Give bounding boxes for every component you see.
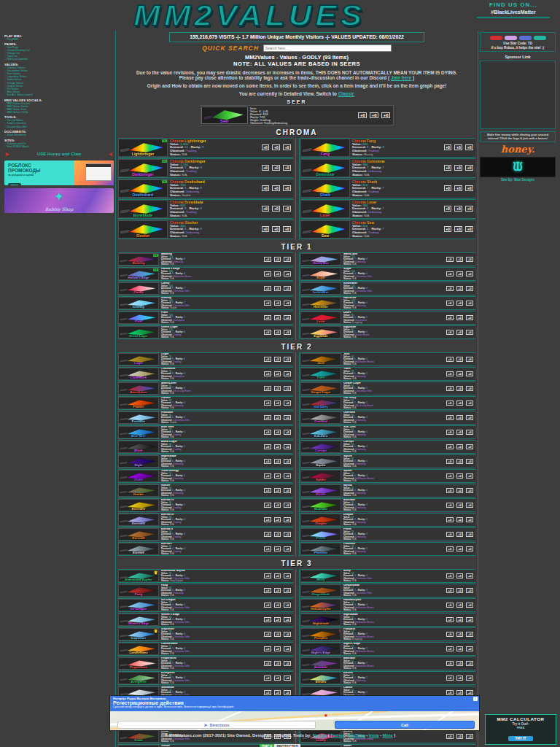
promo-button[interactable]: ЖМИ (8, 183, 21, 185)
item-row[interactable]: Boneblade Chroma Boneblade Value: 600 De… (118, 199, 293, 219)
item-image[interactable]: Nightblade (300, 614, 341, 626)
item-row[interactable]: Green Luger Green Luger Value: 120 Deman… (118, 325, 293, 339)
item-row[interactable]: ClockWork Clockwork Value: 70 Demand: 8 … (118, 367, 293, 381)
item-image[interactable]: ♛Elderwood Scythe (118, 570, 159, 582)
item-image[interactable]: Frostbite (118, 411, 159, 424)
footer-social-link[interactable]: Insta (369, 733, 379, 738)
item-row[interactable]: Overlord Overlord Value: 36 Demand: 5 - … (300, 411, 475, 425)
item-row[interactable]: Winter's Edge Winter's Edge Value: 30 De… (118, 613, 293, 627)
discord-pill-icon[interactable] (519, 36, 532, 40)
item-row[interactable]: OGDeathshard Chroma Deathshard Value: 70… (118, 179, 293, 198)
item-image[interactable]: Evergreen (118, 672, 159, 684)
item-image[interactable]: ClockWork (118, 368, 159, 380)
item-row[interactable]: Icewing Icewing Value: 140 Demand: 9 - R… (118, 296, 293, 310)
ad-info-icon[interactable]: i (473, 697, 478, 701)
item-row[interactable]: Slasher Chroma Slasher Value: 450 Demand… (118, 220, 293, 239)
item-image[interactable]: Candleflame (118, 643, 159, 655)
item-row[interactable]: Phantom Phantom Value: 28 Demand: 3 - Ra… (300, 542, 475, 556)
item-row[interactable]: Icebreaker Icebreaker Value: 105 Demand:… (300, 282, 475, 295)
item-image[interactable]: EternalI (118, 543, 159, 555)
item-row[interactable]: Pixel Pixel Value: 130 Demand: 7 - Rarit… (118, 311, 293, 325)
item-image[interactable]: Flames (118, 397, 159, 409)
honey-logo[interactable]: honey. (480, 144, 556, 155)
bottom-ad-map[interactable]: ● ➤ Directions Call (110, 711, 479, 730)
item-image[interactable]: Laser (300, 311, 341, 324)
item-row[interactable]: Sub-Zero Sub-Zero Value: 35 Demand: 5 - … (300, 425, 475, 439)
item-row[interactable]: Spider Spider Value: 32 Demand: 4 - Rari… (300, 469, 475, 483)
item-image[interactable]: Fang (300, 139, 350, 157)
item-row[interactable]: Hunter Hunter Value: 50 Demand: 5 - Rari… (118, 484, 293, 498)
item-image[interactable]: Squire (300, 455, 341, 468)
item-row[interactable]: Black Black Luger Value: 56 Demand: 6 - … (118, 440, 293, 454)
item-image[interactable]: Tides (300, 368, 341, 380)
item-row[interactable]: Gemstone Chroma Gemstone Value: 360 Dema… (300, 158, 475, 178)
item-image[interactable]: Gemstone (300, 159, 350, 177)
item-row[interactable]: EternalII Eternal II Value: 44 Demand: 4… (118, 527, 293, 541)
item-row[interactable]: Blue Seer Blue Seer Value: 58 Demand: 6 … (118, 425, 293, 439)
item-row[interactable]: Squire Squire Value: 33 Demand: 4 - Rari… (300, 454, 475, 468)
item-image[interactable]: Night's Edge (300, 643, 341, 655)
item-image[interactable]: Ginger Luger (300, 382, 341, 395)
item-image[interactable]: Violet (118, 470, 159, 482)
item-image[interactable]: Green Luger (118, 326, 159, 338)
item-image[interactable]: Luger (118, 353, 159, 365)
item-image[interactable]: Blue Seer (118, 426, 159, 438)
sidebar-link[interactable]: ➣See ALL Values (soon!) (4, 93, 114, 96)
call-button[interactable]: Call (335, 721, 475, 729)
item-image[interactable]: Shark (300, 179, 350, 198)
item-row[interactable]: Night's Edge Night's Edge Value: 13 Dema… (300, 642, 475, 656)
item-image[interactable]: Gingerblade (300, 584, 341, 597)
item-image[interactable]: !Pumpkin (300, 628, 341, 640)
item-row[interactable]: Nightblade Nightblade Value: 15 Demand: … (300, 613, 475, 627)
footer-social-link[interactable]: Twitter (330, 733, 344, 738)
calculator-try-button[interactable]: TRY IT (508, 736, 534, 741)
item-image[interactable]: Ice Dragon (118, 599, 159, 611)
item-image[interactable]: Old Glory (300, 397, 341, 409)
item-row[interactable]: Harvester Harvester Value: 100 Demand: 6… (300, 296, 475, 310)
sidebar-link[interactable]: ➣Discord Value Bot (4, 125, 114, 128)
item-image[interactable]: OGDeathshard (118, 179, 168, 198)
site-by[interactable]: Site By: Wav Designs (480, 178, 556, 182)
classic-view-link[interactable]: Classic (338, 91, 354, 96)
item-row[interactable]: Tides Tides Value: 39 Demand: 6 - Rarity… (300, 367, 475, 381)
item-image[interactable]: ♛Icepiercer (118, 628, 159, 640)
item-image[interactable]: OGLightbringer (118, 139, 168, 157)
item-row[interactable]: EternalI Eternal I Value: 42 Demand: 4 -… (118, 542, 293, 556)
item-row[interactable]: Hallowscythe Hallowscythe Value: 16 Dema… (300, 598, 475, 612)
item-image[interactable]: Hallowscythe (300, 599, 341, 611)
item-row[interactable]: OGLightbringer Chroma Lightbringer Value… (118, 138, 293, 158)
item-image[interactable]: Fang (118, 584, 159, 597)
item-row[interactable]: Batblade Batblade Value: 12 Demand: 2 - … (300, 657, 475, 670)
item-image[interactable]: Icebreaker (300, 282, 341, 295)
item-row[interactable]: Evergreen Evergreen Value: 25 Demand: 3 … (118, 671, 293, 685)
footer-social-link[interactable]: More (383, 733, 393, 738)
item-image[interactable]: Sub-Zero (300, 426, 341, 438)
item-image[interactable]: EternalII (118, 528, 159, 541)
item-image[interactable]: Electro (300, 672, 341, 684)
item-row[interactable]: OGBatwing Batwing Value: 170 Demand: 9 -… (118, 252, 293, 266)
seer-image[interactable]: Seer (201, 107, 248, 124)
item-image[interactable]: Winter's Edge (118, 614, 159, 626)
item-image[interactable]: Prism (300, 528, 341, 541)
item-row[interactable]: EternalIII Eternal III Value: 46 Demand:… (118, 513, 293, 527)
footer-owner-link[interactable]: Nebula (313, 733, 327, 738)
item-image[interactable]: Black (118, 441, 159, 453)
item-row[interactable]: Minty Minty Value: 18 Demand: 3 - Rarity… (300, 569, 475, 583)
item-image[interactable]: OGDarkbringer (118, 159, 168, 177)
item-image[interactable]: EternalIV (118, 499, 159, 511)
shop-banner[interactable]: ✦ Bubbly Shop (4, 188, 114, 213)
item-row[interactable]: OGDarkbringer Chroma Darkbringer Value: … (118, 158, 293, 178)
item-row[interactable]: OGHallow's Edge Hallow's Edge Value: 160… (118, 267, 293, 281)
item-row[interactable]: Shark Chroma Shark Value: 310 Demand: 7 … (300, 179, 475, 198)
item-row[interactable]: ♛Icepiercer Icepiercer Value: 28 Demand:… (118, 627, 293, 641)
item-row[interactable]: Ice Dragon Ice Dragon Value: 32 Demand: … (118, 598, 293, 612)
item-image[interactable]: Harvester (300, 297, 341, 309)
item-row[interactable]: Laser Chroma Laser Value: 260 Demand: 6 … (300, 199, 475, 219)
item-row[interactable]: Candleflame Candleflame Value: 27 Demand… (118, 642, 293, 656)
item-image[interactable]: Boneblade (118, 200, 168, 218)
item-image[interactable]: Night (118, 455, 159, 468)
item-row[interactable]: ♛Elderwood Scythe Elderwood Scythe Value… (118, 569, 293, 583)
item-row[interactable]: Fang Chroma Fang Value: 420 Demand: 8 - … (300, 138, 475, 158)
item-image[interactable]: Eggblade (300, 326, 341, 338)
item-row[interactable]: EternalIV Eternal IV Value: 48 Demand: 5… (118, 498, 293, 512)
